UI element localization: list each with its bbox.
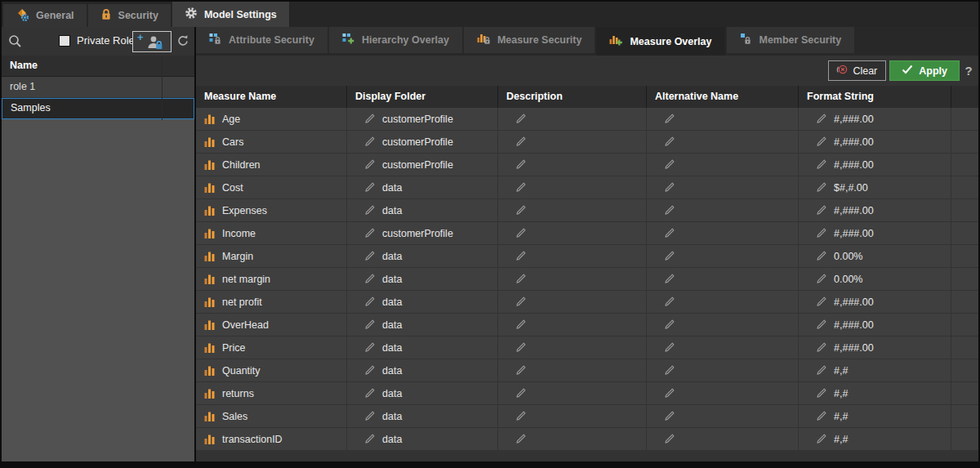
tab-model-settings[interactable]: Model Settings: [172, 2, 289, 27]
column-header-alternative-name[interactable]: Alternative Name: [647, 86, 798, 108]
help-button[interactable]: ?: [963, 64, 974, 78]
alternative-name-cell[interactable]: [647, 222, 798, 244]
display-folder-cell[interactable]: data: [347, 245, 497, 267]
tab-attribute-security[interactable]: Attribute Security: [196, 27, 327, 53]
table-row[interactable]: Age customerProfile: [196, 108, 978, 130]
format-string-cell[interactable]: #,###.00: [799, 222, 951, 244]
alternative-name-cell[interactable]: [647, 176, 798, 198]
alternative-name-cell[interactable]: [647, 382, 798, 404]
display-folder-cell[interactable]: customerProfile: [347, 108, 497, 130]
description-cell[interactable]: [498, 314, 646, 336]
alternative-name-cell[interactable]: [647, 428, 798, 450]
display-folder-cell[interactable]: data: [347, 359, 497, 381]
description-cell[interactable]: [498, 428, 646, 450]
description-cell[interactable]: [498, 222, 646, 244]
table-row[interactable]: OverHead data: [196, 314, 978, 336]
description-cell[interactable]: [498, 199, 646, 221]
format-string-cell[interactable]: #,#: [799, 382, 951, 404]
display-folder-cell[interactable]: customerProfile: [347, 131, 497, 153]
format-string-cell[interactable]: 0.00%: [799, 268, 951, 290]
format-string-cell[interactable]: #,###.00: [799, 337, 951, 359]
refresh-icon[interactable]: [176, 33, 190, 51]
display-folder-cell[interactable]: data: [347, 291, 497, 313]
display-folder-cell[interactable]: data: [347, 199, 497, 221]
table-row[interactable]: Expenses data: [196, 199, 978, 221]
alternative-name-cell[interactable]: [647, 291, 798, 313]
display-folder-cell[interactable]: data: [347, 314, 497, 336]
format-string-cell[interactable]: $#,#.00: [799, 176, 951, 198]
display-folder-cell[interactable]: data: [347, 337, 497, 359]
description-cell[interactable]: [498, 131, 646, 153]
table-row[interactable]: net profit data: [196, 291, 978, 313]
alternative-name-cell[interactable]: [647, 108, 798, 130]
table-row[interactable]: Price data: [196, 337, 978, 359]
role-row-role1[interactable]: role 1: [2, 77, 194, 98]
display-folder-cell[interactable]: data: [347, 176, 497, 198]
format-string-cell[interactable]: #,#: [799, 405, 951, 427]
display-folder-cell[interactable]: data: [347, 382, 497, 404]
alternative-name-cell[interactable]: [647, 405, 798, 427]
description-cell[interactable]: [498, 108, 646, 130]
description-cell[interactable]: [498, 268, 646, 290]
tab-member-security[interactable]: Member Security: [727, 27, 855, 53]
description-cell[interactable]: [498, 359, 646, 381]
column-header-description[interactable]: Description: [498, 86, 646, 108]
table-row[interactable]: returns data: [196, 382, 978, 404]
table-row[interactable]: net margin data: [196, 268, 978, 290]
search-icon[interactable]: [8, 34, 22, 51]
alternative-name-cell[interactable]: [647, 359, 798, 381]
description-cell[interactable]: [498, 337, 646, 359]
add-role-button[interactable]: +: [132, 31, 172, 52]
column-header-display-folder[interactable]: Display Folder: [347, 86, 497, 108]
display-folder-cell[interactable]: customerProfile: [347, 222, 497, 244]
tab-measure-security[interactable]: Measure Security: [464, 27, 595, 53]
tab-security[interactable]: Security: [88, 4, 171, 27]
role-row-samples[interactable]: Samples: [2, 98, 194, 119]
format-string-cell[interactable]: #,###.00: [799, 108, 951, 130]
roles-list-header[interactable]: Name: [2, 56, 194, 77]
table-row[interactable]: Cost data: [196, 176, 978, 198]
clear-button[interactable]: Clear: [828, 60, 886, 81]
alternative-name-cell[interactable]: [647, 337, 798, 359]
apply-button[interactable]: Apply: [889, 60, 960, 81]
format-string-cell[interactable]: #,###.00: [799, 291, 951, 313]
display-folder-cell[interactable]: data: [347, 268, 497, 290]
table-row[interactable]: Margin data: [196, 245, 978, 267]
alternative-name-cell[interactable]: [647, 154, 798, 176]
table-row[interactable]: Sales data: [196, 405, 978, 427]
alternative-name-cell[interactable]: [647, 268, 798, 290]
format-string-cell[interactable]: 0.00%: [799, 245, 951, 267]
column-header-measure-name[interactable]: Measure Name: [196, 86, 346, 108]
table-row[interactable]: transactionID data: [196, 428, 978, 450]
tab-general[interactable]: General: [3, 4, 87, 27]
column-header-format-string[interactable]: Format String: [799, 86, 951, 108]
private-roles-checkbox[interactable]: [59, 35, 70, 47]
format-string-cell[interactable]: #,#: [799, 428, 951, 450]
display-folder-cell[interactable]: customerProfile: [347, 154, 497, 176]
table-row[interactable]: Quantity data: [196, 359, 978, 381]
tab-measure-overlay[interactable]: Measure Overlay: [596, 27, 724, 56]
table-row[interactable]: Children customerProfile: [196, 154, 978, 176]
format-string-cell[interactable]: #,###.00: [799, 199, 951, 221]
tab-attribute-security-label: Attribute Security: [229, 34, 314, 46]
alternative-name-cell[interactable]: [647, 199, 798, 221]
alternative-name-cell[interactable]: [647, 314, 798, 336]
format-string-cell[interactable]: #,###.00: [799, 154, 951, 176]
format-string-cell[interactable]: #,#: [799, 359, 951, 381]
description-cell[interactable]: [498, 176, 646, 198]
tab-hierarchy-overlay[interactable]: Hierarchy Overlay: [329, 27, 462, 53]
format-string-cell[interactable]: #,###.00: [799, 131, 951, 153]
description-cell[interactable]: [498, 405, 646, 427]
display-folder-cell[interactable]: data: [347, 405, 497, 427]
description-cell[interactable]: [498, 245, 646, 267]
description-cell[interactable]: [498, 154, 646, 176]
table-row[interactable]: Income customerProfile: [196, 222, 978, 244]
alternative-name-cell[interactable]: [647, 245, 798, 267]
display-folder-cell[interactable]: data: [347, 428, 497, 450]
table-row[interactable]: Cars customerProfile: [196, 131, 978, 153]
description-cell[interactable]: [498, 291, 646, 313]
format-string-cell[interactable]: #,###.00: [799, 314, 951, 336]
pencil-icon: [815, 296, 827, 308]
alternative-name-cell[interactable]: [647, 131, 798, 153]
description-cell[interactable]: [498, 382, 646, 404]
